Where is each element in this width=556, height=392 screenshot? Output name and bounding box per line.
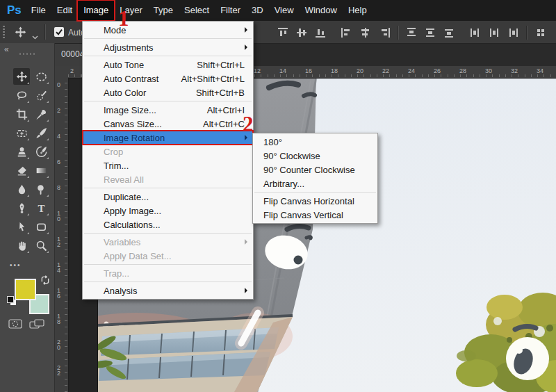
type-tool[interactable]: T [33, 199, 49, 216]
menubar-item-type[interactable]: Type [148, 1, 179, 20]
v-ruler-label-12: 12 [56, 236, 61, 247]
collapse-panel-icon[interactable]: « [4, 44, 8, 54]
align-top-icon[interactable] [277, 26, 291, 39]
rotation-submenu-item-flip-canvas-horizontal[interactable]: Flip Canvas Horizontal [253, 194, 377, 208]
image-menu-item-shortcut: Shift+Ctrl+B [196, 88, 253, 98]
h-ruler-label-22: 22 [382, 67, 389, 74]
lasso-tool[interactable] [13, 87, 30, 104]
menubar-item-help[interactable]: Help [343, 1, 373, 20]
submenu-arrow-icon [245, 27, 247, 33]
move-tool[interactable] [13, 68, 30, 85]
image-menu-item-analysis[interactable]: Analysis [83, 284, 253, 297]
move-tool-icon[interactable] [15, 26, 26, 41]
image-menu-item-auto-tone[interactable]: Auto ToneShift+Ctrl+L [83, 58, 253, 72]
menubar-item-window[interactable]: Window [300, 1, 343, 20]
rotation-submenu-item-90-counter-clockwise[interactable]: 90° Counter Clockwise [253, 163, 377, 177]
menubar-item-view[interactable]: View [269, 1, 300, 20]
image-menu-item-label: Duplicate... [104, 192, 149, 202]
dist-left-icon[interactable] [468, 26, 482, 39]
shape-tool[interactable] [33, 218, 49, 235]
swap-colors-icon[interactable] [40, 275, 50, 288]
image-menu-item-calculations[interactable]: Calculations... [83, 218, 253, 231]
submenu-arrow-icon [245, 44, 247, 50]
v-ruler-label-20: 20 [56, 339, 61, 350]
brush-tool[interactable] [33, 124, 49, 141]
menubar-item-3d[interactable]: 3D [246, 1, 269, 20]
hand-tool[interactable] [13, 237, 30, 254]
dist-right-icon[interactable] [506, 26, 520, 39]
dist-hcenter-icon[interactable] [487, 26, 501, 39]
image-menu-item-trim[interactable]: Trim... [83, 158, 253, 172]
blur-tool[interactable] [13, 181, 30, 197]
foreground-color-swatch[interactable] [15, 279, 36, 300]
align-right-icon[interactable] [377, 26, 391, 39]
image-menu-item-image-size[interactable]: Image Size...Alt+Ctrl+I [83, 103, 253, 117]
dist-bottom-icon[interactable] [443, 26, 457, 39]
h-ruler-label-30: 30 [485, 67, 492, 74]
rotation-submenu-item-label: Flip Canvas Vertical [263, 210, 343, 220]
annotation-step-2: 2 [243, 113, 254, 135]
align-options-icon[interactable] [534, 26, 548, 39]
tools-grid: T [13, 68, 52, 256]
align-left-icon[interactable] [340, 26, 354, 39]
dodge-tool[interactable] [33, 181, 49, 197]
screen-mode-icon[interactable] [29, 318, 46, 332]
h-ruler-label-18: 18 [331, 67, 338, 74]
spot-healing-brush-tool[interactable] [13, 124, 30, 141]
options-bar-grip [3, 26, 5, 38]
eraser-tool[interactable] [13, 162, 30, 179]
rotation-submenu-item-label: Flip Canvas Horizontal [263, 196, 354, 206]
rotation-submenu-item-180[interactable]: 180° [253, 135, 377, 149]
elliptical-marquee-tool[interactable] [33, 68, 49, 85]
dist-vcenter-icon[interactable] [424, 26, 438, 39]
menubar-item-image[interactable]: Image [78, 1, 114, 20]
dist-top-icon[interactable] [405, 26, 419, 39]
rotation-submenu-item-label: 90° Clockwise [263, 151, 320, 161]
image-menu-item-label: Canvas Size... [104, 119, 162, 129]
annotation-step-1: 1 [118, 8, 129, 29]
pen-tool[interactable] [13, 199, 30, 216]
align-hcenter-icon[interactable] [359, 26, 373, 39]
image-menu-item-mode[interactable]: Mode [83, 23, 253, 37]
menubar-item-filter[interactable]: Filter [215, 1, 246, 20]
zoom-tool[interactable] [33, 237, 49, 254]
image-menu-item-canvas-size[interactable]: Canvas Size...Alt+Ctrl+C [83, 117, 253, 131]
image-menu-item-image-rotation[interactable]: Image Rotation [83, 131, 253, 145]
eyedropper-tool[interactable] [33, 106, 49, 122]
decoration-pupil [294, 256, 303, 265]
quick-mask-icon[interactable] [8, 318, 22, 332]
h-ruler-label-34: 34 [537, 67, 543, 74]
rotation-submenu-item-90-clockwise[interactable]: 90° Clockwise [253, 149, 377, 163]
image-menu-item-label: Adjustments [104, 42, 154, 53]
rotation-submenu-item-arbitrary[interactable]: Arbitrary... [253, 177, 377, 190]
v-ruler-label-2: 2 [56, 108, 61, 113]
auto-select-checkbox[interactable] [54, 27, 64, 37]
chevron-down-icon[interactable] [32, 30, 38, 42]
image-menu-item-variables: Variables [83, 235, 253, 249]
image-menu-item-reveal-all: Reveal All [83, 172, 253, 186]
align-bottom-icon[interactable] [314, 26, 328, 39]
path-selection-tool[interactable] [13, 218, 30, 235]
svg-text:T: T [38, 202, 44, 213]
image-menu-item-adjustments[interactable]: Adjustments [83, 40, 253, 54]
image-menu-item-auto-color[interactable]: Auto ColorShift+Ctrl+B [83, 85, 253, 99]
image-menu-item-label: Reveal All [104, 174, 144, 185]
rotation-submenu-item-flip-canvas-vertical[interactable]: Flip Canvas Vertical [253, 208, 377, 222]
image-menu-item-duplicate[interactable]: Duplicate... [83, 190, 253, 204]
history-brush-tool[interactable] [33, 143, 49, 160]
clone-stamp-tool[interactable] [13, 143, 30, 160]
h-ruler-label-26: 26 [434, 67, 441, 74]
crop-tool[interactable] [13, 106, 30, 122]
menubar-item-edit[interactable]: Edit [51, 1, 78, 20]
image-menu-item-auto-contrast[interactable]: Auto ContrastAlt+Shift+Ctrl+L [83, 72, 253, 85]
v-ruler-label-16: 16 [56, 288, 61, 299]
gradient-tool[interactable] [33, 162, 49, 179]
document-tab-title: 00004 [61, 49, 84, 59]
image-menu-item-apply-image[interactable]: Apply Image... [83, 204, 253, 218]
menubar-item-file[interactable]: File [26, 1, 51, 20]
align-vcenter-icon[interactable] [295, 26, 309, 39]
image-menu-item-label: Calculations... [104, 220, 161, 230]
quick-selection-tool[interactable] [33, 87, 49, 104]
menubar-item-select[interactable]: Select [179, 1, 215, 20]
edit-toolbar-icon[interactable]: ••• [10, 261, 22, 269]
